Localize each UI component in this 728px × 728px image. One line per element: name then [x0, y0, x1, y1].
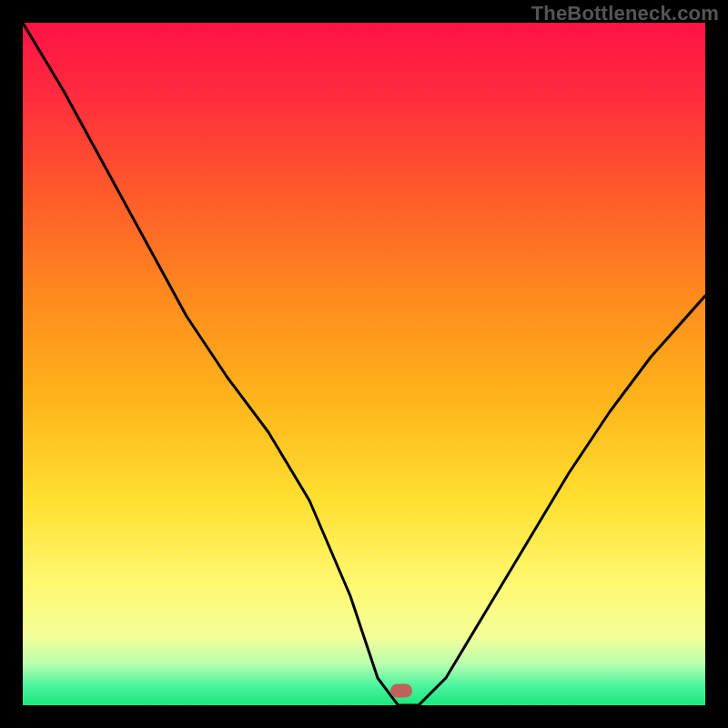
optimal-marker [390, 683, 412, 697]
chart-frame: TheBottleneck.com [0, 0, 728, 728]
plot-area [23, 23, 705, 705]
bottleneck-curve [23, 23, 705, 705]
watermark-text: TheBottleneck.com [531, 2, 719, 25]
